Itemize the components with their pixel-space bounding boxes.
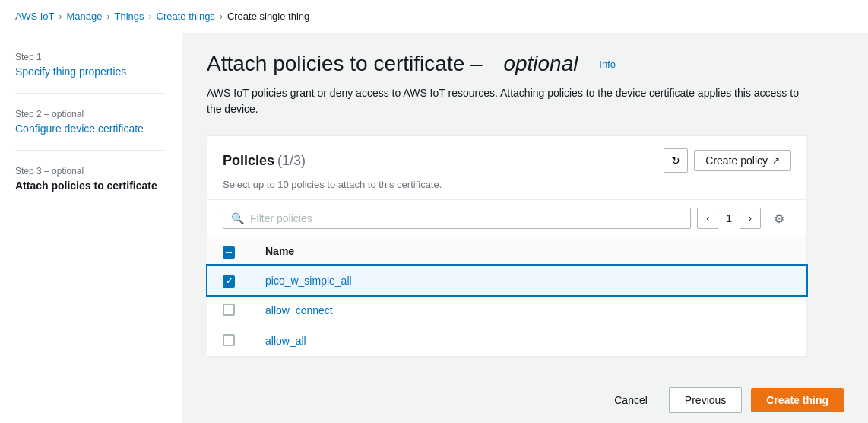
page-title: Attach policies to certificate – optiona… [207,52,844,76]
breadcrumb-current: Create single thing [227,11,309,22]
next-page-button[interactable]: › [740,208,761,229]
policies-table: Name pico_w_simple_allallow_connectallow… [207,237,806,356]
info-link[interactable]: Info [599,59,616,70]
policy-checkbox-2[interactable] [223,334,235,346]
footer: Cancel Previous Create thing [182,375,868,424]
select-all-checkbox[interactable] [223,246,235,259]
step-1-label: Step 1 [15,52,166,62]
layout: Step 1 Specify thing properties Step 2 –… [0,33,868,423]
policies-panel-header: Policies (1/3) ↻ Create policy ↗ [207,136,806,179]
breadcrumb: AWS IoT › Manage › Things › Create thing… [0,0,868,33]
policies-subtitle: Select up to 10 policies to attach to th… [207,179,806,199]
create-policy-label: Create policy [705,154,768,167]
step-1: Step 1 Specify thing properties [15,52,166,78]
policy-name-link-2[interactable]: allow_all [265,335,306,347]
policy-checkbox-0[interactable] [223,275,235,288]
policies-title: Policies [223,153,274,168]
settings-icon: ⚙ [774,212,784,226]
sidebar-item-device-cert[interactable]: Configure device certificate [15,122,166,135]
create-policy-button[interactable]: Create policy ↗ [694,150,791,171]
refresh-button[interactable]: ↻ [664,148,688,173]
breadcrumb-manage[interactable]: Manage [67,11,103,22]
policies-title-group: Policies (1/3) [223,153,306,169]
row-checkbox-cell [207,326,250,356]
external-link-icon: ↗ [772,155,780,166]
policies-header-actions: ↻ Create policy ↗ [664,148,791,173]
policy-name-link-0[interactable]: pico_w_simple_all [265,275,352,287]
prev-page-button[interactable]: ‹ [697,208,718,229]
policy-checkbox-1[interactable] [223,304,235,316]
row-checkbox-cell [207,266,250,295]
search-box: 🔍 [223,208,691,229]
search-icon: 🔍 [231,212,244,224]
breadcrumb-create-things[interactable]: Create things [157,11,215,22]
search-input[interactable] [250,212,683,224]
page-title-prefix: Attach policies to certificate – [207,52,483,76]
policies-panel: Policies (1/3) ↻ Create policy ↗ Select … [207,135,807,357]
policy-name-cell: allow_connect [250,295,806,326]
sidebar-item-attach-policies: Attach policies to certificate [15,180,157,192]
step-3-label: Step 3 – optional [15,166,166,177]
previous-button[interactable]: Previous [669,387,742,413]
breadcrumb-aws-iot[interactable]: AWS IoT [15,11,55,22]
step-2: Step 2 – optional Configure device certi… [15,109,166,135]
page-description: AWS IoT policies grant or deny access to… [207,85,800,117]
sidebar: Step 1 Specify thing properties Step 2 –… [0,33,182,423]
sidebar-item-specify-thing[interactable]: Specify thing properties [15,65,166,78]
table-settings-button[interactable]: ⚙ [767,206,791,231]
policies-toolbar: 🔍 ‹ 1 › ⚙ [207,199,806,237]
step-divider-1 [15,93,166,94]
table-header-row: Name [207,237,806,266]
page-title-italic: optional [503,52,578,76]
breadcrumb-sep-3: › [149,11,152,22]
policy-name-link-1[interactable]: allow_connect [265,304,333,316]
table-row[interactable]: allow_connect [207,295,806,326]
table-row[interactable]: allow_all [207,326,806,356]
policy-name-cell: pico_w_simple_all [250,266,806,295]
pagination: ‹ 1 › [697,208,761,229]
breadcrumb-sep-2: › [107,11,110,22]
row-checkbox-cell [207,295,250,326]
table-row[interactable]: pico_w_simple_all [207,266,806,295]
breadcrumb-sep-4: › [220,11,223,22]
breadcrumb-sep-1: › [59,11,62,22]
name-column-header: Name [250,237,806,266]
step-3: Step 3 – optional Attach policies to cer… [15,166,166,192]
page-number: 1 [721,212,737,224]
select-all-header [207,237,250,266]
cancel-button[interactable]: Cancel [602,388,660,412]
refresh-icon: ↻ [671,154,680,167]
main-content: Attach policies to certificate – optiona… [182,33,868,375]
breadcrumb-things[interactable]: Things [115,11,144,22]
step-divider-2 [15,150,166,151]
step-2-label: Step 2 – optional [15,109,166,119]
policies-count: (1/3) [277,153,306,168]
create-thing-button[interactable]: Create thing [751,388,844,412]
policy-name-cell: allow_all [250,326,806,356]
